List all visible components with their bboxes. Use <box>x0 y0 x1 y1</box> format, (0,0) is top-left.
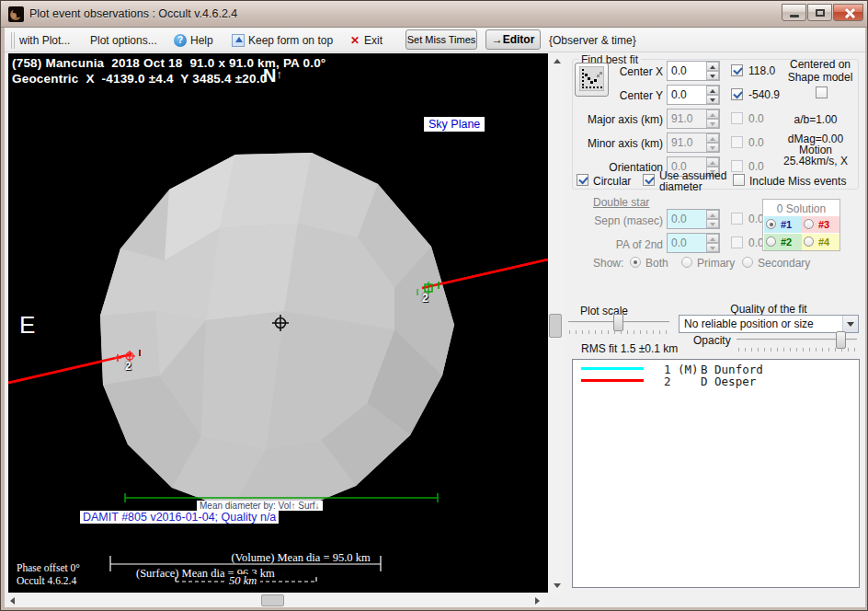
minor-axis-checkbox <box>731 136 743 148</box>
observer-legend-list[interactable]: 1 (M) B Dunford 2 D Oesper <box>572 359 860 588</box>
spin-up-icon <box>706 210 719 219</box>
rms-fit-label: RMS fit 1.5 ±0.1 km <box>581 342 678 355</box>
spin-down-icon <box>706 143 719 152</box>
sky-plane-plot[interactable]: (758) Mancunia 2018 Oct 18 91.0 x 91.0 k… <box>8 53 548 593</box>
major-axis-label: Major axis (km) <box>553 113 663 126</box>
show-primary-radio <box>681 257 692 268</box>
quality-of-fit-label: Quality of the fit <box>679 303 859 316</box>
center-y-label: Center Y <box>571 89 663 102</box>
spin-down-icon[interactable] <box>706 71 719 80</box>
scroll-down-button[interactable] <box>550 578 562 594</box>
chord-2-segment-right <box>422 259 548 288</box>
menu-with-plot[interactable]: with Plot... <box>19 34 70 47</box>
include-miss-events-checkbox[interactable] <box>733 174 745 186</box>
toolbar-grip <box>11 32 15 49</box>
centered-on-shape-model-checkbox[interactable] <box>816 86 828 98</box>
scroll-left-button[interactable] <box>6 594 21 606</box>
solution-3-radio[interactable] <box>804 219 814 229</box>
center-y-checkbox[interactable] <box>731 88 743 100</box>
up-arrow-icon <box>554 59 561 63</box>
app-window: Plot event observations : Occult v.4.6.2… <box>0 0 868 611</box>
menu-plot-options[interactable]: Plot options... <box>90 34 157 47</box>
chord-2-number-right: 2 <box>422 292 428 305</box>
center-y-spinner[interactable]: 0.0 <box>667 85 720 105</box>
show-secondary-radio <box>742 257 753 268</box>
close-button[interactable] <box>833 4 863 21</box>
help-icon[interactable]: ? <box>174 34 187 47</box>
solution-1-cell[interactable]: #1 <box>764 216 802 233</box>
opacity-thumb[interactable] <box>836 331 846 349</box>
sepn-label: Sepn (masec) <box>571 214 663 227</box>
toolbar: with Plot... Plot options... ? Help Keep… <box>5 29 865 52</box>
minimize-button[interactable] <box>782 4 806 21</box>
circular-label: Circular <box>593 175 631 188</box>
scroll-right-button[interactable] <box>530 594 545 606</box>
maximize-icon <box>816 9 825 17</box>
exit-icon[interactable]: ✕ <box>348 34 361 47</box>
plot-scale-thumb[interactable] <box>613 314 623 331</box>
major-axis-checkbox <box>731 112 743 124</box>
use-assumed-diameter-checkbox[interactable] <box>643 174 655 186</box>
spin-up-icon <box>706 110 719 119</box>
window-title: Plot event observations : Occult v.4.6.2… <box>29 7 237 20</box>
vertical-scrollbar[interactable] <box>548 53 564 594</box>
minor-axis-label: Minor axis (km) <box>553 137 663 150</box>
show-both-radio <box>630 257 641 268</box>
maximize-button[interactable] <box>807 4 832 21</box>
sepn-checkbox <box>731 213 743 225</box>
horizontal-scrollbar[interactable] <box>6 594 545 607</box>
use-assumed-label-2: diameter <box>659 180 702 193</box>
solution-4-cell[interactable]: #4 <box>802 234 839 250</box>
asteroid-shape-model <box>100 153 454 511</box>
plot-title-line2: Geocentric X -4139.0 ±4.4 Y 3485.4 ±20.0 <box>12 72 267 86</box>
spin-down-icon[interactable] <box>706 95 719 104</box>
spin-down-icon <box>706 219 719 228</box>
menu-exit[interactable]: Exit <box>364 34 383 47</box>
chord-2-id: 2 <box>664 375 671 388</box>
orientation-checkbox <box>731 160 743 172</box>
horizontal-scroll-thumb[interactable] <box>261 594 284 606</box>
title-bar[interactable]: Plot event observations : Occult v.4.6.2… <box>1 1 868 28</box>
centered-on-label-2: Shape model <box>779 71 862 84</box>
editor-button[interactable]: →Editor <box>485 29 541 50</box>
show-both-label: Both <box>645 257 668 270</box>
circular-checkbox[interactable] <box>577 174 588 186</box>
center-x-spinner[interactable]: 0.0 <box>667 61 720 81</box>
center-x-checkbox[interactable] <box>731 64 743 76</box>
spin-up-icon[interactable] <box>706 62 719 71</box>
sepn-spinner: 0.0 <box>667 209 720 229</box>
center-x-offset: 118.0 <box>748 64 775 77</box>
quality-of-fit-dropdown[interactable]: No reliable position or size <box>679 315 859 333</box>
ab-ratio-label: a/b=1.00 <box>770 113 862 126</box>
solution-2-radio[interactable] <box>766 236 776 247</box>
solution-2-cell[interactable]: #2 <box>764 234 802 250</box>
chord-2-number-left: 2 <box>125 360 131 373</box>
chord-2-color-line <box>581 379 644 382</box>
chevron-down-icon[interactable] <box>842 316 858 332</box>
solution-4-radio[interactable] <box>804 236 814 247</box>
left-arrow-icon <box>10 597 15 605</box>
pa-of-2nd-label: PA of 2nd <box>571 238 663 251</box>
solution-1-radio[interactable] <box>766 219 776 229</box>
centered-on-label-1: Centered on <box>779 58 862 71</box>
show-label: Show: <box>593 257 623 270</box>
set-miss-times-button[interactable]: Set Miss Times <box>405 29 477 50</box>
solution-3-cell[interactable]: #3 <box>802 216 839 233</box>
menu-keep-on-top[interactable]: Keep form on top <box>248 34 333 47</box>
spin-up-icon <box>706 157 719 167</box>
vertical-scroll-thumb[interactable] <box>549 314 562 338</box>
keep-on-top-icon[interactable] <box>232 34 245 47</box>
minimize-icon <box>790 15 799 17</box>
scroll-up-button[interactable] <box>550 53 562 69</box>
solution-count-label: 0 Solution <box>763 202 839 215</box>
menu-help[interactable]: Help <box>190 34 213 47</box>
occult-app-icon <box>8 6 24 22</box>
spin-up-icon[interactable] <box>706 86 719 95</box>
motion-value: 25.48km/s, X <box>770 155 862 167</box>
pa-of-2nd-checkbox <box>731 236 743 248</box>
orientation-label: Orientation <box>553 161 663 174</box>
volume-mean-dia-label: (Volume) Mean dia = 95.0 km <box>190 551 411 565</box>
down-arrow-icon <box>554 583 561 588</box>
phase-offset-label: Phase offset 0° <box>17 562 80 573</box>
center-y-offset: -540.9 <box>748 88 780 101</box>
